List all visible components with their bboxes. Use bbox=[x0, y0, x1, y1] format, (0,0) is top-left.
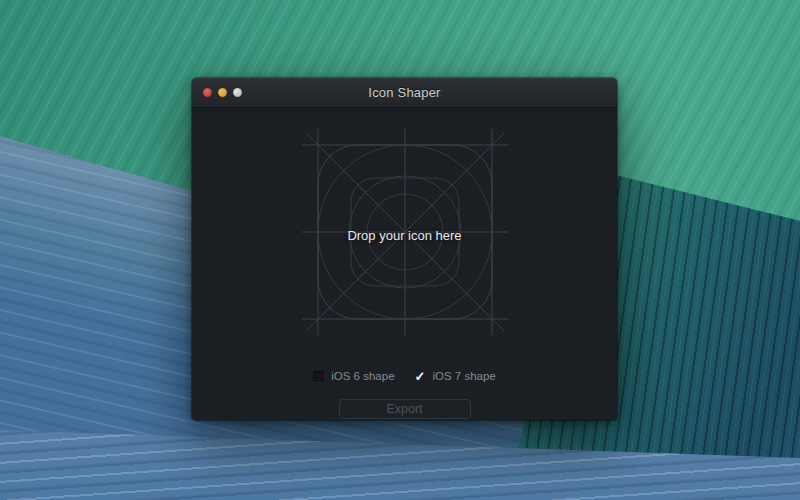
ios6-shape-label: iOS 6 shape bbox=[331, 370, 394, 382]
ios6-shape-checkbox[interactable]: iOS 6 shape bbox=[313, 370, 394, 382]
checkbox-unchecked-icon bbox=[313, 371, 324, 382]
ios7-shape-label: iOS 7 shape bbox=[432, 370, 495, 382]
drop-zone-label: Drop your icon here bbox=[295, 228, 515, 243]
window-title: Icon Shaper bbox=[192, 78, 617, 107]
drop-zone[interactable]: Drop your icon here bbox=[295, 122, 515, 342]
export-button[interactable]: Export bbox=[339, 399, 471, 419]
shape-options: iOS 6 shape ✓ iOS 7 shape bbox=[192, 370, 617, 382]
title-bar[interactable]: Icon Shaper bbox=[192, 78, 617, 108]
ios7-shape-checkbox[interactable]: ✓ iOS 7 shape bbox=[415, 370, 496, 382]
desktop: Icon Shaper bbox=[0, 0, 800, 500]
window-content: Drop your icon here iOS 6 shape ✓ iOS 7 … bbox=[192, 108, 617, 420]
checkmark-icon: ✓ bbox=[415, 371, 426, 382]
app-window: Icon Shaper bbox=[192, 78, 617, 420]
